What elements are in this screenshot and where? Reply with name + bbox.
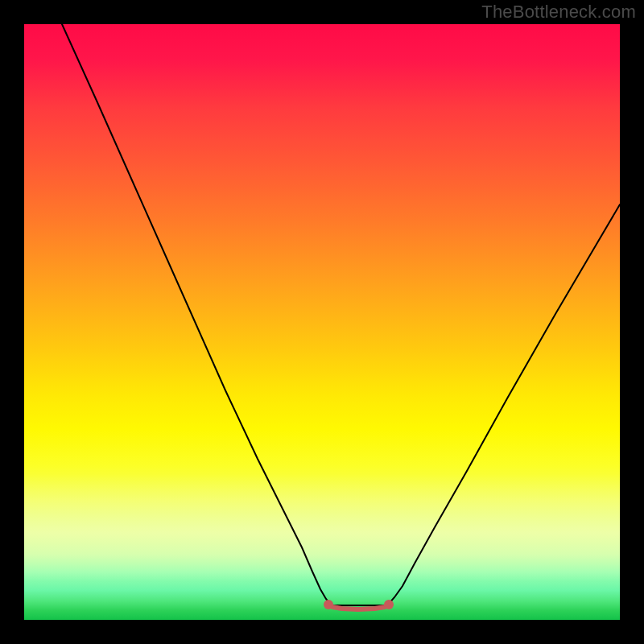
sweet-spot-marker xyxy=(324,600,333,609)
chart-overlay xyxy=(24,24,620,620)
plot-area xyxy=(24,24,620,620)
bottleneck-curve xyxy=(62,24,620,605)
sweet-spot-marker xyxy=(384,600,394,609)
watermark-text: TheBottleneck.com xyxy=(481,2,636,23)
chart-frame: TheBottleneck.com xyxy=(0,0,644,644)
